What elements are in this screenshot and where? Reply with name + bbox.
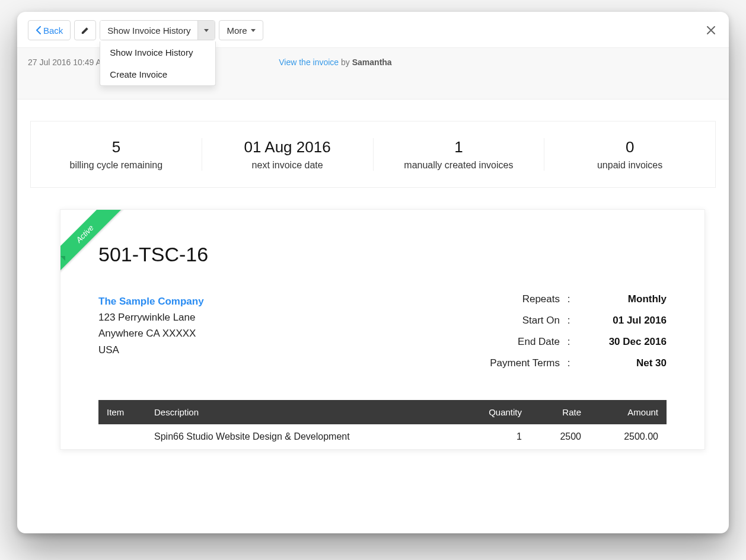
- menu-item-show-history[interactable]: Show Invoice History: [100, 41, 215, 63]
- meta-row-end: End Date : 30 Dec 2016: [465, 336, 667, 357]
- back-button[interactable]: Back: [28, 20, 71, 40]
- show-history-caret[interactable]: [197, 21, 215, 40]
- more-label: More: [227, 25, 247, 36]
- cell-rate: 2500: [530, 424, 589, 449]
- line-items-table: Item Description Quantity Rate Amount Sp…: [98, 400, 667, 449]
- stat-value: 5: [31, 138, 202, 156]
- activity-timestamp: 27 Jul 2016 10:49 AM: [28, 57, 108, 67]
- chevron-left-icon: [36, 26, 41, 34]
- col-description: Description: [146, 400, 465, 424]
- caret-down-icon: [204, 29, 209, 32]
- company-name[interactable]: The Sample Company: [98, 293, 204, 309]
- close-icon: [706, 25, 716, 36]
- stat-label: manually created invoices: [374, 160, 544, 171]
- toolbar: Back Show Invoice History Show Invoice H…: [17, 12, 729, 47]
- company-country: USA: [98, 342, 204, 358]
- company-block: The Sample Company 123 Perrywinkle Lane …: [98, 293, 204, 379]
- invoice-detail-page: Back Show Invoice History Show Invoice H…: [17, 12, 729, 533]
- col-rate: Rate: [530, 400, 589, 424]
- show-history-button-group: Show Invoice History: [100, 20, 215, 40]
- show-history-button[interactable]: Show Invoice History: [100, 21, 197, 40]
- history-dropdown-menu: Show Invoice History Create Invoice: [100, 41, 216, 86]
- caret-down-icon: [251, 29, 256, 32]
- pencil-icon: [81, 26, 90, 35]
- stats-panel: 5 billing cycle remaining 01 Aug 2016 ne…: [30, 121, 716, 188]
- back-label: Back: [43, 25, 63, 36]
- invoice-meta: Repeats : Monthly Start On : 01 Jul 2016…: [465, 293, 667, 379]
- stat-label: next invoice date: [202, 160, 373, 171]
- col-item: Item: [98, 400, 146, 424]
- more-button[interactable]: More: [219, 20, 263, 40]
- line-item-row: Spin66 Studio Website Design & Developme…: [98, 424, 667, 449]
- meta-label: Repeats: [465, 293, 560, 305]
- company-address-1: 123 Perrywinkle Lane: [98, 309, 204, 325]
- stat-billing-cycle: 5 billing cycle remaining: [31, 138, 202, 171]
- invoice-card: Active 501-TSC-16 The Sample Company 123…: [60, 209, 705, 450]
- invoice-details: The Sample Company 123 Perrywinkle Lane …: [98, 293, 667, 379]
- meta-row-terms: Payment Terms : Net 30: [465, 357, 667, 379]
- menu-item-create-invoice[interactable]: Create Invoice: [100, 63, 215, 85]
- meta-value: 01 Jul 2016: [578, 315, 667, 327]
- stat-unpaid-invoices: 0 unpaid invoices: [544, 138, 715, 171]
- stat-next-invoice: 01 Aug 2016 next invoice date: [202, 138, 374, 171]
- stat-label: billing cycle remaining: [31, 160, 202, 171]
- activity-user: Samantha: [352, 57, 392, 67]
- stat-value: 01 Aug 2016: [202, 138, 373, 156]
- col-amount: Amount: [589, 400, 667, 424]
- show-history-dropdown: Show Invoice History Show Invoice Histor…: [100, 20, 215, 40]
- col-quantity: Quantity: [465, 400, 530, 424]
- meta-value: Monthly: [578, 293, 667, 305]
- meta-label: Payment Terms: [465, 357, 560, 369]
- cell-description: Spin66 Studio Website Design & Developme…: [146, 424, 465, 449]
- close-button[interactable]: [704, 23, 718, 37]
- meta-label: End Date: [465, 336, 560, 348]
- meta-value: Net 30: [578, 357, 667, 369]
- cell-amount: 2500.00: [589, 424, 667, 449]
- meta-label: Start On: [465, 315, 560, 327]
- activity-by: by: [341, 57, 352, 67]
- invoice-number: 501-TSC-16: [98, 243, 667, 266]
- meta-row-start: Start On : 01 Jul 2016: [465, 315, 667, 336]
- stat-value: 0: [544, 138, 715, 156]
- stat-label: unpaid invoices: [544, 160, 715, 171]
- meta-value: 30 Dec 2016: [578, 336, 667, 348]
- stat-value: 1: [374, 138, 544, 156]
- company-address-2: Anywhere CA XXXXX: [98, 325, 204, 341]
- line-items-header: Item Description Quantity Rate Amount: [98, 400, 667, 424]
- show-history-label: Show Invoice History: [107, 25, 190, 36]
- cell-quantity: 1: [465, 424, 530, 449]
- edit-button[interactable]: [74, 20, 96, 40]
- cell-item: [98, 430, 146, 444]
- stat-manual-invoices: 1 manually created invoices: [374, 138, 545, 171]
- activity-link[interactable]: View the invoice: [279, 57, 339, 67]
- meta-row-repeats: Repeats : Monthly: [465, 293, 667, 315]
